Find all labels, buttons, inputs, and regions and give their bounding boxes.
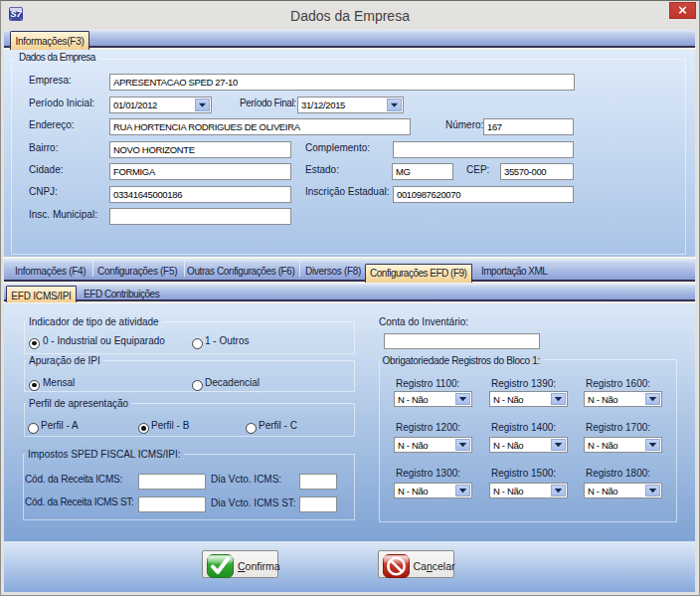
svg-text:S7: S7 [10, 8, 22, 19]
